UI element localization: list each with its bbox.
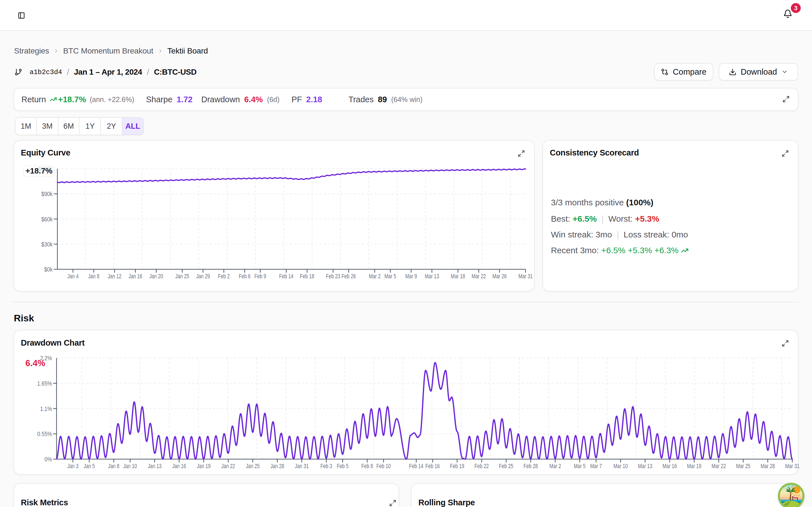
svg-text:Jan 8: Jan 8 [108, 462, 119, 469]
svg-text:Jan 5: Jan 5 [84, 462, 95, 469]
svg-text:Mar 22: Mar 22 [472, 273, 486, 280]
svg-text:Jan 25: Jan 25 [175, 273, 189, 280]
svg-text:Jan 10: Jan 10 [123, 462, 137, 469]
svg-text:$60k: $60k [41, 216, 53, 223]
svg-text:Mar 5: Mar 5 [574, 462, 586, 469]
svg-text:Feb 5: Feb 5 [337, 462, 349, 469]
svg-text:$0k: $0k [44, 266, 53, 273]
svg-text:Jan 20: Jan 20 [149, 273, 163, 280]
svg-text:Mar 2: Mar 2 [369, 273, 380, 280]
svg-text:Jan 12: Jan 12 [108, 273, 121, 280]
svg-text:Mar 31: Mar 31 [518, 273, 533, 280]
svg-text:Mar 25: Mar 25 [736, 462, 751, 469]
svg-text:Feb 25: Feb 25 [499, 462, 513, 469]
svg-text:Jan 29: Jan 29 [196, 273, 210, 280]
svg-text:Jan 3: Jan 3 [67, 462, 79, 469]
svg-text:Mar 10: Mar 10 [613, 462, 628, 469]
svg-text:Feb 9: Feb 9 [254, 273, 266, 280]
svg-text:Jan 4: Jan 4 [67, 273, 79, 280]
svg-text:Mar 9: Mar 9 [405, 273, 417, 280]
svg-text:Mar 5: Mar 5 [385, 273, 396, 280]
svg-text:Jan 13: Jan 13 [148, 462, 161, 469]
svg-text:Mar 13: Mar 13 [638, 462, 652, 469]
svg-text:Mar 28: Mar 28 [761, 462, 775, 469]
svg-text:Jan 25: Jan 25 [246, 462, 260, 469]
svg-text:Mar 2: Mar 2 [549, 462, 561, 469]
svg-text:Mar 31: Mar 31 [785, 462, 800, 469]
svg-text:Feb 26: Feb 26 [342, 273, 356, 280]
svg-text:0%: 0% [45, 456, 52, 463]
svg-text:Feb 18: Feb 18 [300, 273, 314, 280]
svg-text:Mar 22: Mar 22 [712, 462, 726, 469]
svg-text:Feb 14: Feb 14 [279, 273, 294, 280]
svg-text:Feb 16: Feb 16 [425, 462, 440, 469]
svg-text:Mar 18: Mar 18 [451, 273, 465, 280]
svg-text:Jan 28: Jan 28 [270, 462, 284, 469]
svg-text:Jan 22: Jan 22 [221, 462, 235, 469]
svg-text:Feb 2: Feb 2 [218, 273, 230, 280]
svg-text:Feb 23: Feb 23 [326, 273, 340, 280]
svg-text:$30k: $30k [41, 241, 53, 248]
svg-text:Feb 28: Feb 28 [523, 462, 538, 469]
svg-text:Feb 10: Feb 10 [376, 462, 391, 469]
svg-text:Jan 19: Jan 19 [197, 462, 211, 469]
svg-text:1.65%: 1.65% [37, 380, 52, 387]
svg-text:Mar 26: Mar 26 [492, 273, 507, 280]
svg-text:Feb 19: Feb 19 [450, 462, 464, 469]
svg-text:Mar 7: Mar 7 [590, 462, 602, 469]
svg-text:Mar 16: Mar 16 [663, 462, 677, 469]
svg-text:Mar 13: Mar 13 [425, 273, 439, 280]
svg-text:0.55%: 0.55% [37, 431, 52, 438]
svg-text:$90k: $90k [41, 190, 53, 198]
svg-text:Jan 16: Jan 16 [172, 462, 186, 469]
svg-text:Feb 8: Feb 8 [361, 462, 373, 469]
svg-text:Jan 16: Jan 16 [129, 273, 142, 280]
svg-text:Jan 31: Jan 31 [295, 462, 309, 469]
svg-text:Feb 6: Feb 6 [239, 273, 251, 280]
svg-text:Mar 19: Mar 19 [687, 462, 702, 469]
svg-text:Feb 3: Feb 3 [320, 462, 333, 469]
svg-text:1.1%: 1.1% [40, 405, 52, 412]
svg-text:Feb 14: Feb 14 [409, 462, 423, 469]
svg-text:Feb 22: Feb 22 [474, 462, 489, 469]
svg-text:Jan 8: Jan 8 [88, 273, 100, 280]
